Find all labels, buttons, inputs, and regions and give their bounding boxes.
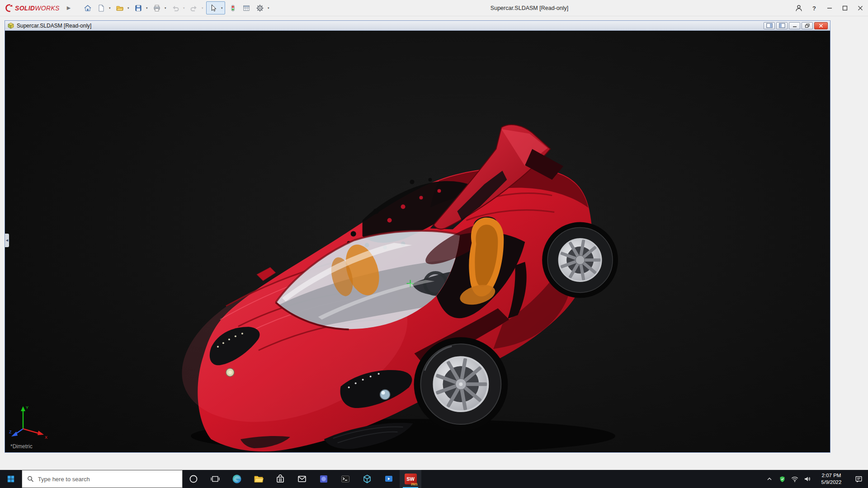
document-minimize-button[interactable] [789, 22, 800, 29]
search-input[interactable] [38, 476, 177, 483]
task-view-icon [210, 474, 220, 484]
triad-z-label: Z [9, 430, 12, 434]
file-properties-button[interactable] [240, 2, 252, 14]
wifi-icon [791, 475, 799, 483]
edge-icon [231, 474, 242, 484]
search-icon [27, 475, 34, 483]
account-button[interactable] [791, 0, 807, 16]
volume-tray-button[interactable] [801, 470, 814, 488]
system-tray: 2:07 PM 5/9/2022 [763, 470, 868, 488]
cortana-button[interactable] [183, 470, 204, 488]
windows-logo-icon [7, 475, 15, 483]
taskbar: SW 2021 [0, 470, 868, 488]
notification-icon [854, 475, 863, 483]
media-app-icon [383, 474, 394, 484]
brand-text: SOLIDWORKS [15, 5, 60, 12]
document-close-button[interactable] [814, 22, 828, 29]
help-button[interactable]: ? [807, 0, 822, 16]
cortana-icon [189, 474, 198, 484]
solidworks-app: SOLIDWORKS ▶ ▾ ▾ [0, 0, 868, 488]
rear-wheel [547, 228, 613, 293]
select-caret[interactable]: ▾ [219, 6, 224, 10]
open-button[interactable] [113, 2, 126, 14]
home-button[interactable] [81, 2, 94, 14]
open-caret[interactable]: ▾ [126, 6, 131, 10]
mail-icon [297, 474, 307, 484]
print-caret[interactable]: ▾ [163, 6, 168, 10]
mail-button[interactable] [291, 470, 313, 488]
photos-icon [318, 474, 329, 484]
solidworks-year-badge: 2021 [411, 483, 417, 486]
file-explorer-button[interactable] [248, 470, 269, 488]
microsoft-store-button[interactable] [269, 470, 291, 488]
viewer-3d-icon [362, 474, 373, 484]
undo-caret[interactable]: ▾ [181, 6, 186, 10]
close-button[interactable] [853, 0, 868, 16]
clock-time: 2:07 PM [822, 472, 841, 479]
document-window: Supercar.SLDASM [Read-only] [5, 20, 830, 453]
redo-button[interactable] [188, 2, 200, 14]
front-wheel [420, 344, 501, 424]
app-window-title: Supercar.SLDASM [Read-only] [462, 0, 597, 16]
print-button[interactable] [151, 2, 163, 14]
app-titlebar: SOLIDWORKS ▶ ▾ ▾ [0, 0, 868, 16]
photos-button[interactable] [313, 470, 335, 488]
edge-button[interactable] [226, 470, 248, 488]
orientation-triad: Y X Z [9, 402, 50, 441]
security-tray-button[interactable] [776, 470, 788, 488]
minimize-button[interactable] [822, 0, 837, 16]
network-tray-button[interactable] [788, 470, 801, 488]
assembly-document-icon [7, 22, 14, 29]
maximize-button[interactable] [837, 0, 853, 16]
clock-date: 5/9/2022 [821, 479, 842, 486]
document-window-controls [764, 22, 828, 29]
start-button[interactable] [0, 470, 22, 488]
redo-caret[interactable]: ▾ [200, 6, 205, 10]
save-button[interactable] [132, 2, 144, 14]
dassault-mark-icon [5, 4, 14, 13]
speaker-icon [803, 475, 811, 483]
select-button[interactable] [207, 2, 219, 14]
viewer-3d-button[interactable] [356, 470, 378, 488]
solidworks-icon: SW 2021 [405, 474, 417, 484]
solidworks-taskbar-button[interactable]: SW 2021 [400, 470, 421, 488]
feature-manager-collapse-tab[interactable]: ◀ [5, 234, 9, 247]
new-document-caret[interactable]: ▾ [107, 6, 112, 10]
triad-y-label: Y [26, 405, 28, 410]
new-document-button[interactable] [95, 2, 107, 14]
app-window-controls: ? [791, 0, 868, 16]
save-caret[interactable]: ▾ [144, 6, 149, 10]
action-center-button[interactable] [849, 470, 868, 488]
taskbar-search[interactable] [22, 470, 183, 488]
options-caret[interactable]: ▾ [266, 6, 271, 10]
media-app-button[interactable] [378, 470, 400, 488]
file-explorer-icon [253, 474, 264, 484]
taskbar-clock[interactable]: 2:07 PM 5/9/2022 [814, 470, 849, 488]
menu-flyout-chevron-icon[interactable]: ▶ [67, 5, 71, 11]
microsoft-store-icon [275, 474, 286, 484]
pane-layout-left-button[interactable] [764, 22, 775, 29]
options-button[interactable] [254, 2, 266, 14]
solidworks-logo: SOLIDWORKS [0, 4, 60, 13]
chevron-up-icon [766, 475, 773, 483]
triad-x-label: X [45, 435, 47, 440]
svg-text:?: ? [812, 5, 816, 12]
document-titlebar[interactable]: Supercar.SLDASM [Read-only] [5, 21, 830, 31]
task-view-button[interactable] [204, 470, 226, 488]
security-shield-icon [778, 475, 786, 483]
view-orientation-label: *Dimetric [10, 443, 33, 450]
rebuild-button[interactable] [226, 2, 239, 14]
quick-access-toolbar: ▾ ▾ ▾ ▾ [81, 1, 272, 14]
document-title: Supercar.SLDASM [Read-only] [17, 23, 91, 29]
terminal-icon [340, 474, 351, 484]
graphics-viewport[interactable]: ◀ Y X Z *Dimetric [5, 31, 830, 452]
tray-overflow-button[interactable] [763, 470, 776, 488]
select-tool-active: ▾ [206, 1, 225, 14]
pane-layout-right-button[interactable] [776, 22, 788, 29]
document-restore-button[interactable] [802, 22, 813, 29]
undo-button[interactable] [169, 2, 181, 14]
terminal-button[interactable] [335, 470, 356, 488]
supercar-model[interactable] [5, 31, 830, 452]
